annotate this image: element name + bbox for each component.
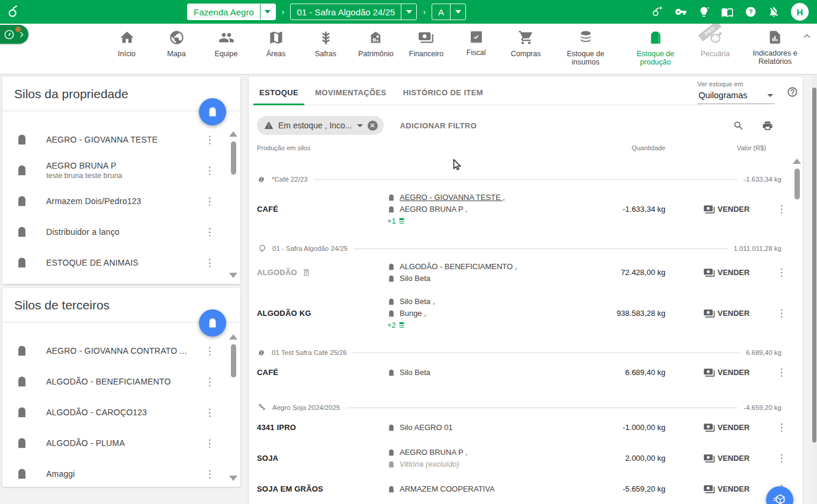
stock-table-scrollbar[interactable]	[792, 159, 802, 504]
scroll-up-icon[interactable]	[229, 334, 237, 340]
item-menu-icon[interactable]: ⋮	[202, 408, 217, 418]
third-party-silos-scrollbar[interactable]	[229, 334, 238, 481]
lightbulb-icon[interactable]	[698, 6, 710, 18]
silo-list-item[interactable]: Armazem Dois/Pedro123 ⋮	[2, 186, 220, 217]
sell-button[interactable]: VENDER	[703, 367, 768, 379]
row-menu-icon[interactable]: ⋮	[768, 266, 795, 279]
sell-button[interactable]: VENDER	[703, 422, 768, 434]
help-outline-icon[interactable]	[787, 86, 798, 98]
harvest-select[interactable]: 01 - Safra Algodão 24/25	[290, 4, 417, 20]
silo-link[interactable]: AEGRO - GIOVANNA TESTE ,	[400, 193, 505, 202]
add-filter-button[interactable]: ADICIONAR FILTRO	[400, 121, 477, 130]
nav-compras[interactable]: Compras	[509, 30, 543, 58]
silo-link[interactable]: AEGRO BRUNA P ,	[400, 448, 468, 457]
nav-estoque-insumos[interactable]: Estoque de insumos	[558, 30, 613, 67]
page-scroll-thumb[interactable]	[812, 88, 816, 442]
silo-link[interactable]: ALGODÃO - BENEFICIAMENTO ,	[400, 262, 517, 271]
silo-list-item[interactable]: AEGRO - GIOVANNA CONTRATO ... ⋮	[2, 335, 220, 366]
key-icon[interactable]	[675, 6, 687, 18]
scroll-up-icon[interactable]	[793, 159, 801, 164]
nav-fiscal[interactable]: Fiscal	[459, 30, 493, 57]
item-menu-icon[interactable]: ⋮	[202, 438, 217, 448]
row-menu-icon[interactable]: ⋮	[768, 366, 795, 379]
silo-link[interactable]: Silo Beta	[400, 368, 430, 377]
nav-equipe[interactable]: Equipe	[209, 30, 243, 58]
nav-patrimonio[interactable]: Patrimônio	[358, 30, 394, 58]
item-menu-icon[interactable]: ⋮	[202, 377, 217, 387]
silo-link[interactable]: Silo Beta ,	[400, 297, 435, 306]
scroll-up-icon[interactable]	[229, 131, 237, 137]
row-menu-icon[interactable]: ⋮	[768, 307, 795, 319]
scroll-thumb[interactable]	[231, 141, 236, 175]
news-side-tab[interactable]	[0, 25, 28, 44]
silo-list-item[interactable]: AEGRO BRUNA P teste bruna teste bruna ⋮	[2, 155, 220, 186]
item-menu-icon[interactable]: ⋮	[202, 196, 217, 206]
item-menu-icon[interactable]: ⋮	[202, 346, 217, 356]
silo-link[interactable]: Bunge ,	[400, 309, 426, 318]
search-icon[interactable]	[733, 120, 744, 131]
silo-list-item[interactable]: Distribuidor a lanço ⋮	[2, 217, 220, 247]
scroll-down-icon[interactable]	[229, 273, 237, 278]
help-icon[interactable]	[745, 6, 757, 18]
nav-inicio[interactable]: Início	[110, 30, 144, 58]
silo-list-item[interactable]: ALGODÃO - BENEFICIAMENTO ⋮	[2, 366, 220, 397]
status-filter-chip[interactable]: Em estoque , Inco... ✕	[257, 116, 384, 135]
print-icon[interactable]	[762, 120, 773, 131]
add-own-silo-button[interactable]	[199, 98, 226, 125]
farm-select[interactable]: Fazenda Aegro	[187, 4, 276, 20]
tab-historico-item[interactable]: HISTÓRICO DE ITEM	[395, 88, 491, 105]
nav-indicadores[interactable]: Indicadores e Relatórios	[748, 30, 802, 66]
harvest-group-header: *Café 22/23 -1.633,34 kg	[249, 173, 803, 186]
nav-financeiro[interactable]: Financeiro	[409, 30, 443, 58]
book-icon[interactable]	[721, 6, 734, 18]
aegro-logo[interactable]	[0, 0, 27, 24]
collapse-nav-icon[interactable]	[802, 31, 812, 41]
more-silos-button[interactable]: +1	[387, 217, 571, 225]
silo-link[interactable]: Silo AEGRO 01	[400, 423, 453, 432]
avatar[interactable]: H	[791, 3, 809, 21]
cart-icon	[518, 30, 534, 46]
item-menu-icon[interactable]: ⋮	[202, 469, 217, 479]
item-menu-icon[interactable]: ⋮	[202, 258, 217, 268]
clear-filter-icon[interactable]: ✕	[368, 121, 378, 131]
tab-movimentacoes[interactable]: MOVIMENTAÇÕES	[307, 88, 395, 105]
sell-button[interactable]: VENDER	[703, 267, 768, 279]
aegro-plus-icon[interactable]	[651, 5, 664, 18]
page-scrollbar[interactable]	[812, 76, 817, 504]
row-menu-icon[interactable]: ⋮	[768, 452, 795, 464]
silo-list-item[interactable]: ALGODÃO - CAROÇO123 ⋮	[2, 397, 220, 428]
more-silos-button[interactable]: +2	[387, 321, 571, 329]
nav-safras[interactable]: Safras	[308, 30, 343, 58]
scroll-down-icon[interactable]	[229, 476, 237, 481]
silo-icon	[15, 437, 28, 450]
sell-button[interactable]: VENDER	[703, 483, 768, 495]
sell-button[interactable]: VENDER	[703, 203, 768, 215]
silo-list-item[interactable]: Amaggi ⋮	[2, 458, 220, 489]
nav-mapa[interactable]: Mapa	[159, 30, 194, 58]
scroll-thumb[interactable]	[795, 169, 800, 199]
unit-select[interactable]: Ver estoque em Quilogramas	[697, 80, 774, 104]
own-silos-scrollbar[interactable]	[229, 131, 238, 278]
row-menu-icon[interactable]: ⋮	[768, 203, 795, 215]
silo-link[interactable]: ARMAZEM COOPERATIVA	[400, 484, 495, 493]
item-menu-icon[interactable]: ⋮	[202, 227, 217, 237]
field-select[interactable]: A	[432, 4, 466, 20]
package-icon	[773, 493, 787, 504]
tab-estoque[interactable]: ESTOQUE	[251, 88, 307, 105]
nav-areas[interactable]: Áreas	[259, 30, 293, 58]
silo-list-item[interactable]: AEGRO - GIOVANNA TESTE ⋮	[2, 124, 220, 155]
nav-pecuaria[interactable]: PRO Pecuária	[698, 30, 732, 58]
silo-link[interactable]: AEGRO BRUNA P ,	[400, 205, 468, 214]
sell-button[interactable]: VENDER	[703, 308, 768, 319]
nav-estoque-producao[interactable]: Estoque de produção	[628, 30, 683, 67]
item-menu-icon[interactable]: ⋮	[202, 135, 217, 145]
item-menu-icon[interactable]: ⋮	[202, 166, 217, 176]
silo-list-item[interactable]: ESTOQUE DE ANIMAIS ⋮	[2, 247, 220, 278]
sell-button[interactable]: VENDER	[703, 453, 768, 464]
add-third-party-silo-button[interactable]	[199, 309, 226, 337]
row-menu-icon[interactable]: ⋮	[768, 421, 795, 434]
silo-link[interactable]: Silo Beta	[400, 274, 430, 283]
scroll-thumb[interactable]	[231, 344, 236, 377]
silo-list-item[interactable]: ALGODÃO - PLUMA ⋮	[2, 428, 220, 458]
notifications-off-icon[interactable]	[768, 6, 780, 18]
